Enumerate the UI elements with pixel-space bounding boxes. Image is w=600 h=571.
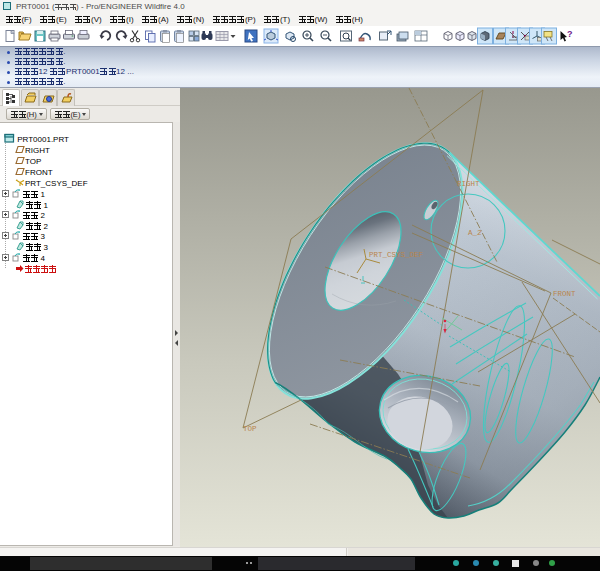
svg-text:FRONT: FRONT [553, 290, 576, 298]
svg-text:?: ? [567, 29, 573, 39]
svg-text:RIGHT: RIGHT [457, 180, 480, 188]
svg-text:PRT_CSYS_DEF: PRT_CSYS_DEF [369, 251, 423, 259]
svg-text:A_2: A_2 [468, 229, 482, 237]
svg-text:TOP: TOP [243, 425, 257, 433]
